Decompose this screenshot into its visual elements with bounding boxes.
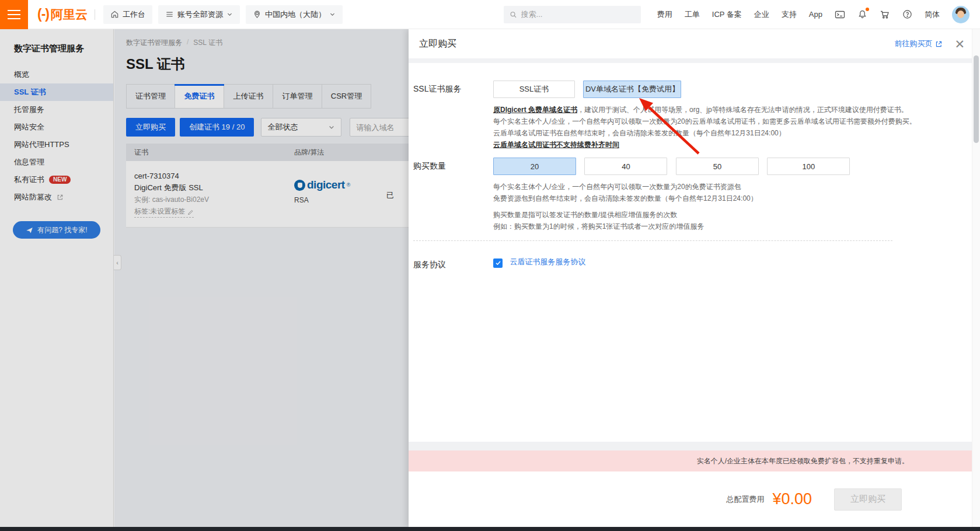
top-navbar: (-) 阿里云 工作台 账号全部资源 中国内地（大陆） 费用 工单 ICP 备案… [0,0,980,29]
search-icon [510,11,517,19]
locale-switch[interactable]: 简体 [925,9,940,20]
home-icon [110,10,119,19]
nav-item-app[interactable]: App [809,10,822,19]
aliyun-logo-text: 阿里云 [51,6,88,23]
divider [413,240,892,241]
chevron-down-icon [329,11,336,18]
quantity-option-20[interactable]: 20 [493,158,576,175]
location-pin-icon [253,10,261,19]
aliyun-logo[interactable]: (-) 阿里云 [37,6,88,23]
drawer-title: 立即购买 [419,38,456,50]
digicert-free-cert-emphasis: 原DIgicert 免费单域名证书 [493,106,577,114]
quantity-row: 购买数量 20 40 50 100 每个实名主体个人/企业，一个自然年内可以领取… [413,158,980,232]
drawer-footer: 总配置费用 ¥0.00 立即购买 [409,471,980,527]
quota-notice-bar: 实名个人/企业主体在本年度已经领取免费扩容包，不支持重复申请。 [409,450,980,471]
goto-purchase-page-link[interactable]: 前往购买页 [894,39,943,49]
service-row: SSL证书服务 SSL证书 DV单域名证书【免费试用】 原DIgicert 免费… [413,81,980,151]
external-link-icon [935,40,943,48]
agreement-label: 服务协议 [413,256,493,270]
workbench-label: 工作台 [123,9,145,20]
nav-item-billing[interactable]: 费用 [657,9,672,20]
notifications-bell-icon[interactable] [857,9,867,19]
region-label: 中国内地（大陆） [265,9,326,20]
drawer-body: SSL证书服务 SSL证书 DV单域名证书【免费试用】 原DIgicert 免费… [409,63,980,270]
agreement-checkbox[interactable] [493,258,503,268]
help-icon[interactable] [902,9,912,19]
option-dv-free-cert[interactable]: DV单域名证书【免费试用】 [583,81,681,98]
no-renewal-emphasis: 云盾单域名试用证书不支持续费补齐时间 [493,141,619,149]
navbar-right-menu: 费用 工单 ICP 备案 企业 支持 App 简体 [657,6,980,23]
drawer-header: 立即购买 前往购买页 ✕ [409,29,980,58]
drawer-buy-button[interactable]: 立即购买 [834,488,902,511]
option-ssl-cert[interactable]: SSL证书 [493,81,575,98]
account-resources-label: 账号全部资源 [177,9,223,20]
nav-item-icp[interactable]: ICP 备案 [712,9,742,20]
service-label: SSL证书服务 [413,81,493,151]
nav-item-support[interactable]: 支持 [782,9,797,20]
quantity-description-2: 购买数量是指可以签发证书的数量/提供相应增值服务的次数 例如：购买数量为1的时候… [493,209,980,232]
divider [409,58,980,63]
nav-item-tickets[interactable]: 工单 [685,9,700,20]
window-bottom-edge [0,527,980,531]
quantity-option-100[interactable]: 100 [767,158,850,175]
service-description: 原DIgicert 免费单域名证书，建议用于测试、个人试用等场景，org、jp等… [493,104,980,151]
quantity-option-40[interactable]: 40 [584,158,667,175]
total-fee-label: 总配置费用 [726,494,764,505]
quantity-option-50[interactable]: 50 [676,158,759,175]
global-search[interactable] [504,6,641,23]
purchase-drawer: 立即购买 前往购买页 ✕ SSL证书服务 SSL证书 DV单域名证书【免费试用】… [409,29,980,527]
chevron-down-icon [226,11,233,18]
user-avatar[interactable] [952,6,969,23]
quantity-label: 购买数量 [413,158,493,232]
divider [95,9,95,20]
search-input[interactable] [521,10,635,19]
close-icon[interactable]: ✕ [954,38,965,50]
check-icon [495,260,501,266]
agreement-row: 服务协议 云盾证书服务服务协议 [413,256,980,270]
drawer-scrollbar[interactable] [972,29,980,527]
quantity-description-1: 每个实名主体个人/企业，一个自然年内可以领取一次数量为20的免费证书资源包 免费… [493,181,980,204]
nav-item-enterprise[interactable]: 企业 [754,9,769,20]
aliyun-logo-mark: (-) [37,6,49,22]
cart-icon[interactable] [880,9,890,20]
scrollbar-thumb[interactable] [974,55,979,143]
workbench-button[interactable]: 工作台 [103,5,152,24]
cloudshell-icon[interactable] [835,9,845,20]
agreement-link[interactable]: 云盾证书服务服务协议 [510,257,585,266]
resources-icon [165,10,174,19]
region-dropdown[interactable]: 中国内地（大陆） [246,5,343,24]
divider [409,442,980,450]
account-resources-dropdown[interactable]: 账号全部资源 [158,5,240,24]
total-fee-value: ¥0.00 [772,490,812,508]
hamburger-menu-icon[interactable] [0,0,28,29]
